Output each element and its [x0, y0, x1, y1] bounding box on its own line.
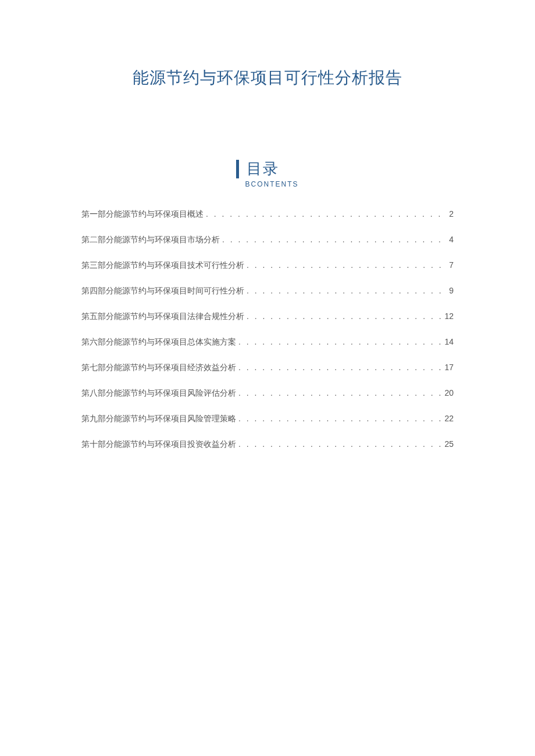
- toc-list: 第一部分能源节约与环保项目概述 2 第二部分能源节约与环保项目市场分析 4 第三…: [81, 203, 454, 450]
- toc-entry-title: 第六部分能源节约与环保项目总体实施方案: [81, 337, 236, 347]
- toc-dots: [238, 363, 442, 372]
- toc-dots: [222, 235, 447, 244]
- toc-dots: [247, 286, 447, 295]
- toc-entry-title: 第二部分能源节约与环保项目市场分析: [81, 235, 220, 245]
- toc-entry-page: 12: [444, 311, 454, 321]
- toc-entry-page: 2: [449, 209, 454, 218]
- toc-entry-title: 第五部分能源节约与环保项目法律合规性分析: [81, 311, 244, 322]
- toc-entry-title: 第七部分能源节约与环保项目经济效益分析: [81, 363, 236, 373]
- toc-entry[interactable]: 第三部分能源节约与环保项目技术可行性分析 7: [81, 260, 454, 271]
- toc-heading: 目录: [247, 159, 279, 179]
- toc-dots: [247, 260, 447, 270]
- toc-header-inner: 目录 BCONTENTS: [236, 159, 298, 188]
- toc-entry-title: 第十部分能源节约与环保项目投资收益分析: [81, 439, 236, 450]
- toc-entry[interactable]: 第十部分能源节约与环保项目投资收益分析 25: [81, 439, 454, 450]
- toc-entry-page: 22: [444, 414, 454, 423]
- toc-entry-page: 4: [449, 235, 454, 244]
- page-title: 能源节约与环保项目可行性分析报告: [0, 0, 535, 89]
- toc-entry-title: 第三部分能源节约与环保项目技术可行性分析: [81, 260, 244, 271]
- toc-entry-page: 25: [444, 439, 454, 449]
- toc-header: 目录 BCONTENTS: [0, 159, 535, 189]
- toc-entry-title: 第九部分能源节约与环保项目风险管理策略: [81, 414, 236, 424]
- toc-dots: [238, 439, 442, 449]
- toc-dots: [206, 209, 447, 218]
- toc-entry[interactable]: 第九部分能源节约与环保项目风险管理策略 22: [81, 414, 454, 424]
- toc-entry[interactable]: 第二部分能源节约与环保项目市场分析 4: [81, 235, 454, 245]
- toc-entry-title: 第一部分能源节约与环保项目概述: [81, 209, 204, 220]
- toc-entry-title: 第八部分能源节约与环保项目风险评估分析: [81, 388, 236, 399]
- toc-dots: [238, 414, 442, 423]
- toc-entry-title: 第四部分能源节约与环保项目时间可行性分析: [81, 286, 244, 296]
- toc-heading-row: 目录: [236, 159, 298, 179]
- toc-entry-page: 14: [444, 337, 454, 346]
- toc-entry[interactable]: 第四部分能源节约与环保项目时间可行性分析 9: [81, 286, 454, 296]
- toc-entry[interactable]: 第八部分能源节约与环保项目风险评估分析 20: [81, 388, 454, 399]
- toc-bar-icon: [236, 160, 239, 178]
- toc-dots: [238, 388, 442, 397]
- toc-entry[interactable]: 第一部分能源节约与环保项目概述 2: [81, 209, 454, 220]
- toc-entry-page: 9: [449, 286, 454, 295]
- toc-entry[interactable]: 第五部分能源节约与环保项目法律合规性分析 12: [81, 311, 454, 322]
- toc-subheading: BCONTENTS: [245, 180, 298, 188]
- toc-dots: [238, 337, 442, 346]
- toc-entry-page: 7: [449, 260, 454, 270]
- toc-dots: [247, 311, 442, 321]
- toc-entry-page: 17: [444, 363, 454, 372]
- toc-entry[interactable]: 第六部分能源节约与环保项目总体实施方案 14: [81, 337, 454, 347]
- toc-entry[interactable]: 第七部分能源节约与环保项目经济效益分析 17: [81, 363, 454, 373]
- toc-entry-page: 20: [444, 388, 454, 397]
